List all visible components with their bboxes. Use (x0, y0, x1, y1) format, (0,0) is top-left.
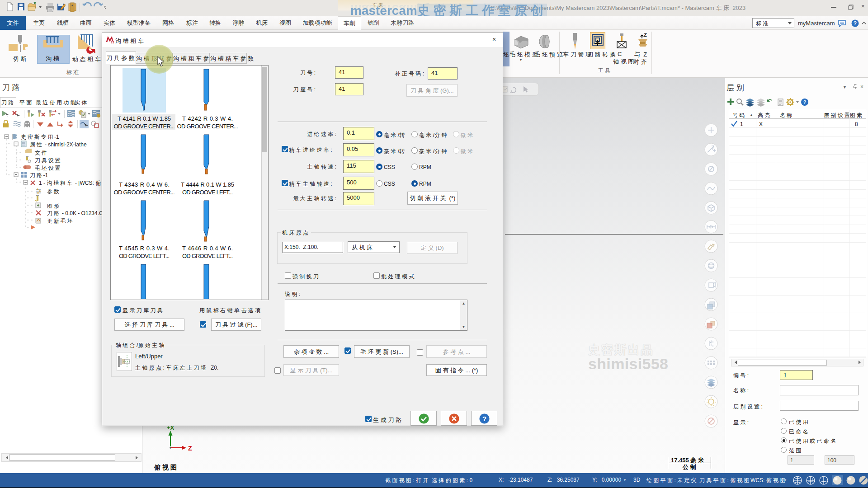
svg-text:文件: 文件 (35, 150, 48, 156)
svg-text:参数: 参数 (47, 188, 61, 195)
svg-text:T 4242 R 0.3 W 4.: T 4242 R 0.3 W 4. (182, 115, 233, 122)
svg-text:23: 23 (111, 41, 114, 44)
svg-text:?: ? (854, 20, 857, 27)
svg-text:属性 - shimisi-2X-lathe: 属性 - shimisi-2X-lathe (30, 141, 87, 148)
svg-text:T 4343 R 0.4 W 6.: T 4343 R 0.4 W 6. (119, 181, 170, 188)
svg-text:Z: Z (644, 32, 647, 38)
svg-text:史密斯专用-1: 史密斯专用-1 (21, 134, 59, 140)
svg-text:OD GROOVE CENTER...: OD GROOVE CENTER... (177, 123, 238, 130)
svg-text:?: ? (482, 415, 486, 422)
svg-text:刀路 - 0.0K - O1234.CNC: 刀路 - 0.0K - O1234.CNC (47, 210, 108, 216)
svg-text:OD GROOVE LEFT...: OD GROOVE LEFT... (182, 189, 233, 196)
svg-text:OD GROOVE LEFT...: OD GROOVE LEFT... (182, 253, 233, 259)
svg-text:图形: 图形 (47, 203, 61, 209)
svg-text:OD GROOVE CENTER...: OD GROOVE CENTER... (114, 189, 175, 196)
svg-text:OD GROOVE LEFT...: OD GROOVE LEFT... (119, 253, 170, 259)
svg-text:T 4545 R 0.3 W 4.: T 4545 R 0.3 W 4. (119, 245, 170, 252)
svg-text:1 - 沟槽粗车 - [WCS: 俯视图: 1 - 沟槽粗车 - [WCS: 俯视图 (39, 180, 108, 186)
svg-text:OD GROOVE CENTER...: OD GROOVE CENTER... (114, 123, 175, 130)
svg-text:毛坯设置: 毛坯设置 (35, 165, 61, 171)
svg-text:T 4444 R 0.1 W 1.85: T 4444 R 0.1 W 1.85 (181, 181, 234, 188)
svg-text:?: ? (803, 99, 807, 105)
svg-text:T 4141 R 0.1 W 1.85: T 4141 R 0.1 W 1.85 (118, 115, 171, 122)
svg-text:Z: Z (188, 445, 192, 452)
svg-text:刀具设置: 刀具设置 (35, 157, 61, 164)
svg-text:刀路-1: 刀路-1 (30, 172, 48, 178)
svg-text:T 4646 R 0.4 W 6.: T 4646 R 0.4 W 6. (182, 245, 233, 252)
svg-text:更新毛坯: 更新毛坯 (47, 218, 74, 224)
